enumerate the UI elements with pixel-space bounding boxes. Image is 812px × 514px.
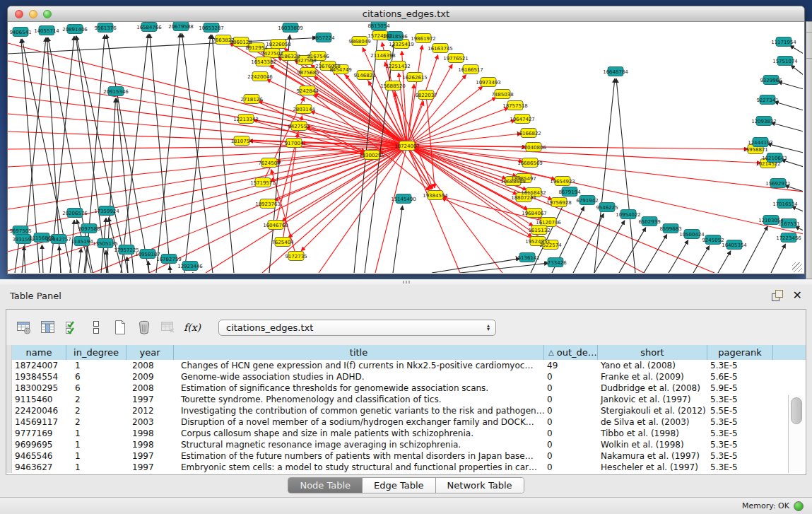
graph-edge[interactable] (8, 146, 407, 271)
cell-short[interactable]: de Silva et al. (2003) (598, 417, 707, 427)
graph-edge[interactable] (170, 266, 170, 273)
graph-edge[interactable] (782, 160, 803, 167)
cell-in_degree[interactable]: 1 (66, 440, 126, 450)
graph-edge[interactable] (8, 43, 407, 146)
column-header-pagerank[interactable]: pagerank (707, 345, 773, 360)
cell-in_degree[interactable]: 6 (66, 372, 126, 382)
graph-edge[interactable] (121, 34, 148, 273)
cell-name[interactable]: 18724007 (12, 361, 66, 370)
graph-edge[interactable] (70, 220, 74, 273)
function-builder-button[interactable]: f(x) (182, 317, 203, 338)
cell-out_degree[interactable]: 0 (544, 462, 598, 472)
cell-title[interactable]: Changes of HCN gene expression and I(f) … (174, 361, 544, 370)
tab-network-table[interactable]: Network Table (436, 478, 524, 493)
cell-year[interactable]: 2012 (126, 406, 174, 416)
merge-tables-button[interactable] (86, 317, 107, 338)
table-row[interactable]: 977716911998Corpus callosum shape and si… (6, 428, 806, 439)
cell-short[interactable]: Tibbo et al. (1998) (598, 428, 707, 438)
new-file-button[interactable] (110, 317, 131, 338)
graph-edge[interactable] (693, 246, 710, 273)
cell-title[interactable]: Embryonic stem cells: a model to study s… (174, 462, 544, 472)
cell-year[interactable]: 1997 (126, 451, 174, 461)
cell-year[interactable]: 2009 (126, 372, 174, 382)
close-panel-icon[interactable]: ✕ (793, 290, 802, 301)
cell-pagerank[interactable]: 5.3E-5 (707, 462, 773, 472)
graph-edge[interactable] (184, 35, 211, 273)
cell-title[interactable]: Estimation of significance thresholds fo… (174, 383, 544, 393)
cell-out_degree[interactable]: 0 (544, 451, 598, 461)
horizontal-splitter[interactable] (0, 279, 812, 285)
cell-title[interactable]: Tourette syndrome. Phenomenology and cla… (174, 395, 544, 404)
cell-year[interactable]: 1997 (126, 462, 174, 472)
cell-out_degree[interactable]: 49 (544, 361, 598, 370)
cell-name[interactable]: 19384554 (12, 372, 66, 382)
graph-edge[interactable] (78, 248, 81, 273)
cell-year[interactable]: 1998 (126, 440, 174, 450)
network-canvas[interactable]: 1872400718300295766382298601288912954182… (8, 22, 803, 273)
graph-edge[interactable] (644, 235, 667, 273)
cell-short[interactable]: Wolkin et al. (1998) (598, 440, 707, 450)
graph-edge[interactable] (718, 251, 731, 273)
graph-edge[interactable] (792, 206, 803, 211)
cell-year[interactable]: 1997 (126, 395, 174, 404)
table-row[interactable]: 1938455462009Genome-wide association stu… (6, 371, 806, 382)
cell-name[interactable]: 9777169 (12, 428, 66, 438)
graph-edge[interactable] (791, 65, 803, 75)
table-row[interactable]: 1872400712008Changes of HCN gene express… (6, 360, 806, 371)
cell-name[interactable]: 14569117 (12, 417, 66, 427)
graph-edge[interactable] (8, 146, 407, 230)
cell-year[interactable]: 1998 (126, 428, 174, 438)
graph-edge[interactable] (790, 45, 803, 54)
table-row[interactable]: 1456911722003Disruption of a novel membe… (6, 416, 806, 428)
network-window-titlebar[interactable]: citations_edges.txt (8, 6, 804, 22)
resize-grip-icon[interactable] (792, 262, 802, 272)
cell-title[interactable]: Estimation of the future numbers of pati… (174, 451, 544, 461)
cell-in_degree[interactable]: 2 (66, 417, 126, 427)
cell-pagerank[interactable]: 5.3E-5 (707, 417, 773, 427)
cell-short[interactable]: Stergiakouli et al. (2012) (598, 406, 707, 416)
cell-name[interactable]: 18300295 (12, 383, 66, 393)
cell-pagerank[interactable]: 5.3E-5 (707, 451, 773, 461)
graph-edge[interactable] (212, 35, 234, 273)
tab-node-table[interactable]: Node Table (288, 478, 363, 493)
cell-in_degree[interactable]: 6 (66, 383, 126, 393)
cell-out_degree[interactable]: 0 (544, 417, 598, 427)
graph-edge[interactable] (616, 78, 635, 273)
cell-pagerank[interactable]: 5.3E-5 (707, 361, 773, 370)
cell-out_degree[interactable]: 0 (544, 395, 598, 404)
column-header-title[interactable]: title (174, 345, 544, 360)
graph-edge[interactable] (771, 244, 786, 273)
table-row[interactable]: 1830029562008Estimation of significance … (6, 382, 806, 394)
cell-in_degree[interactable]: 1 (66, 462, 126, 472)
tab-edge-table[interactable]: Edge Table (363, 478, 435, 493)
table-row[interactable]: 2242004622012Investigating the contribut… (6, 405, 806, 416)
graph-edge[interactable] (775, 102, 803, 110)
cell-pagerank[interactable]: 5.3E-5 (707, 440, 773, 450)
cell-name[interactable]: 9463627 (12, 462, 66, 472)
cell-in_degree[interactable]: 2 (66, 406, 126, 416)
column-header-short[interactable]: short (598, 345, 707, 360)
graph-edge[interactable] (407, 54, 438, 146)
cell-pagerank[interactable]: 5.3E-5 (707, 395, 773, 404)
graph-edge[interactable] (276, 116, 302, 225)
graph-edge[interactable] (59, 246, 61, 273)
cell-in_degree[interactable]: 1 (66, 428, 126, 438)
network-svg[interactable]: 1872400718300295766382298601288912954182… (8, 22, 803, 273)
cell-title[interactable]: Structural magnetic resonance image aver… (174, 440, 544, 450)
cell-name[interactable]: 9699695 (12, 440, 66, 450)
cell-name[interactable]: 9465546 (12, 451, 66, 461)
cell-out_degree[interactable]: 0 (544, 428, 598, 438)
graph-edge[interactable] (407, 146, 803, 234)
cell-short[interactable]: Dudbridge et al. (2008) (598, 383, 707, 393)
table-row[interactable]: 946554611997Estimation of the future num… (6, 450, 806, 462)
cell-short[interactable]: Nakamura et al. (1997) (598, 451, 707, 461)
memory-status-icon[interactable] (794, 501, 804, 511)
cell-short[interactable]: Hescheler et al. (1997) (598, 462, 707, 472)
cell-out_degree[interactable]: 0 (544, 372, 598, 382)
graph-edge[interactable] (148, 261, 149, 273)
cell-pagerank[interactable]: 5.3E-5 (707, 428, 773, 438)
graph-edge[interactable] (8, 146, 407, 209)
cell-title[interactable]: Corpus callosum shape and size in male p… (174, 428, 544, 438)
collapsed-panel-strip[interactable] (806, 21, 812, 279)
cell-year[interactable]: 2008 (126, 383, 174, 393)
